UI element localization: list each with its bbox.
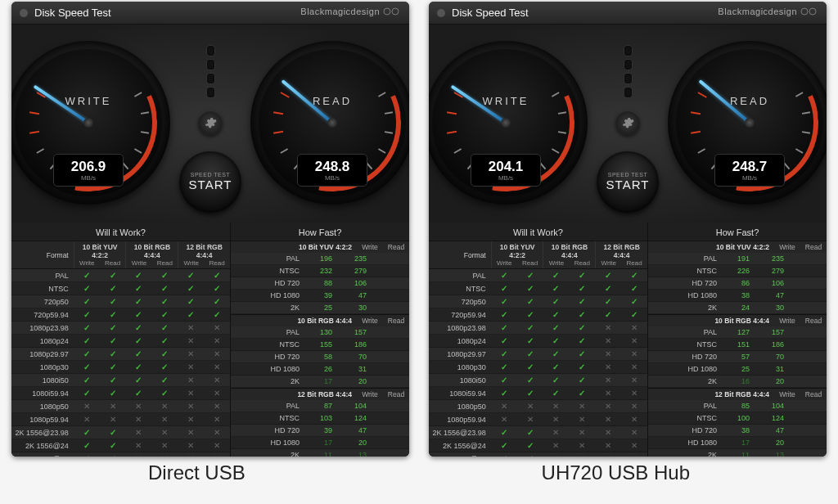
table-row: NTSC✓✓✓✓✓✓ bbox=[11, 282, 230, 295]
read-value: 124 bbox=[761, 414, 800, 422]
x-icon: ✕ bbox=[212, 376, 222, 385]
table-row: PAL 87 104 bbox=[231, 400, 409, 412]
check-icon: ✓ bbox=[525, 323, 535, 332]
table-row: 1080p29.97✓✓✓✓✕✕ bbox=[429, 348, 647, 361]
settings-button[interactable] bbox=[615, 110, 640, 135]
check-icon: ✓ bbox=[525, 336, 535, 345]
table-row: 1080p29.97✓✓✓✓✕✕ bbox=[11, 348, 230, 361]
x-icon: ✕ bbox=[603, 415, 613, 424]
x-icon: ✕ bbox=[577, 454, 587, 457]
check-icon: ✓ bbox=[133, 284, 143, 293]
format-label: 1080p29.97 bbox=[11, 350, 74, 358]
settings-button[interactable] bbox=[198, 110, 223, 135]
check-icon: ✓ bbox=[629, 297, 639, 306]
x-icon: ✕ bbox=[525, 415, 535, 424]
write-value: 151 bbox=[722, 340, 761, 349]
codec-subheader: 10 Bit RGB 4:4:4 Write Read bbox=[231, 314, 409, 326]
read-value: 31 bbox=[344, 365, 383, 373]
check-icon: ✓ bbox=[525, 349, 535, 358]
format-label: 720p50 bbox=[11, 298, 74, 306]
center-column: SPEED TEST START bbox=[182, 41, 239, 213]
x-icon: ✕ bbox=[186, 349, 196, 358]
svg-point-2 bbox=[801, 8, 808, 15]
format-label: 2K bbox=[231, 377, 304, 385]
check-icon: ✓ bbox=[108, 297, 118, 306]
x-icon: ✕ bbox=[186, 362, 196, 371]
check-icon: ✓ bbox=[551, 349, 561, 358]
brand-label: Blackmagicdesign bbox=[718, 7, 818, 16]
check-icon: ✓ bbox=[133, 310, 143, 319]
x-icon: ✕ bbox=[160, 428, 169, 437]
table-row: 1080p24✓✓✓✓✕✕ bbox=[11, 335, 230, 348]
format-label: 2K bbox=[648, 377, 722, 385]
write-value: 26 bbox=[304, 365, 344, 373]
check-icon: ✓ bbox=[499, 389, 509, 398]
check-icon: ✓ bbox=[525, 271, 535, 280]
table-row: HD 1080 17 20 bbox=[231, 437, 409, 449]
table-row: HD 720 38 47 bbox=[648, 425, 827, 437]
close-icon[interactable] bbox=[437, 9, 445, 17]
start-button[interactable]: SPEED TEST START bbox=[597, 151, 659, 213]
x-icon: ✕ bbox=[629, 336, 639, 345]
read-readout: 248.7 MB/s bbox=[714, 154, 785, 187]
readout-unit: MB/s bbox=[742, 174, 757, 182]
read-gauge-label: READ bbox=[668, 95, 827, 107]
read-value: 30 bbox=[761, 304, 800, 312]
write-value: 17 bbox=[304, 377, 344, 385]
table-row: HD 1080 26 31 bbox=[231, 363, 409, 376]
x-icon: ✕ bbox=[108, 415, 118, 424]
write-value: 103 bbox=[304, 414, 344, 422]
check-icon: ✓ bbox=[499, 271, 509, 280]
check-icon: ✓ bbox=[82, 376, 92, 385]
write-value: 85 bbox=[722, 402, 761, 410]
x-icon: ✕ bbox=[603, 323, 613, 332]
read-value: 279 bbox=[761, 267, 800, 275]
format-label: HD 720 bbox=[231, 426, 304, 434]
x-icon: ✕ bbox=[603, 441, 613, 450]
format-label: 720p50 bbox=[429, 298, 491, 306]
format-label: HD 720 bbox=[231, 353, 304, 361]
start-small-label: SPEED TEST bbox=[608, 172, 647, 178]
format-label: 720p59.94 bbox=[11, 311, 74, 319]
start-button[interactable]: SPEED TEST START bbox=[179, 151, 241, 213]
check-icon: ✓ bbox=[551, 310, 561, 319]
table-row: 1080p59.94✕✕✕✕✕✕ bbox=[11, 413, 230, 426]
check-icon: ✓ bbox=[82, 428, 92, 437]
readout-unit: MB/s bbox=[81, 174, 96, 182]
x-icon: ✕ bbox=[551, 454, 561, 457]
table-row: NTSC 100 124 bbox=[648, 412, 827, 425]
format-label: HD 720 bbox=[648, 353, 722, 361]
check-icon: ✓ bbox=[160, 336, 169, 345]
format-label: HD 720 bbox=[231, 279, 304, 287]
check-icon: ✓ bbox=[82, 310, 92, 319]
check-icon: ✓ bbox=[499, 349, 509, 358]
title-bar: Disk Speed Test Blackmagicdesign bbox=[429, 2, 827, 25]
read-value: 20 bbox=[344, 439, 383, 447]
check-icon: ✓ bbox=[82, 271, 92, 280]
read-value: 13 bbox=[761, 451, 800, 457]
window-title: Disk Speed Test bbox=[452, 7, 529, 19]
table-row: HD 1080 38 47 bbox=[648, 290, 827, 302]
write-gauge: WRITE 206.9 MB/s bbox=[11, 41, 170, 205]
read-value: 124 bbox=[344, 414, 383, 422]
check-icon: ✓ bbox=[212, 271, 222, 280]
write-value: 204.1 bbox=[489, 160, 524, 173]
table-row: HD 1080 17 20 bbox=[648, 437, 827, 449]
x-icon: ✕ bbox=[551, 428, 561, 437]
check-icon: ✓ bbox=[525, 297, 535, 306]
check-icon: ✓ bbox=[108, 349, 118, 358]
x-icon: ✕ bbox=[577, 441, 587, 450]
start-big-label: START bbox=[606, 178, 650, 191]
write-value: 191 bbox=[722, 254, 761, 263]
x-icon: ✕ bbox=[551, 402, 561, 411]
close-icon[interactable] bbox=[20, 9, 28, 17]
check-icon: ✓ bbox=[525, 284, 535, 293]
format-label: NTSC bbox=[11, 285, 74, 293]
read-value: 31 bbox=[761, 365, 800, 373]
table-row: 1080p59.94✕✕✕✕✕✕ bbox=[429, 413, 647, 426]
check-icon: ✓ bbox=[133, 362, 143, 371]
table-row: HD 720 58 70 bbox=[231, 351, 409, 363]
table-row: 2K 1556@23.98✓✓✕✕✕✕ bbox=[11, 426, 230, 439]
write-value: 206.9 bbox=[71, 160, 106, 173]
how-fast-table: How Fast? 10 Bit YUV 4:2:2 Write Read PA… bbox=[648, 223, 827, 457]
